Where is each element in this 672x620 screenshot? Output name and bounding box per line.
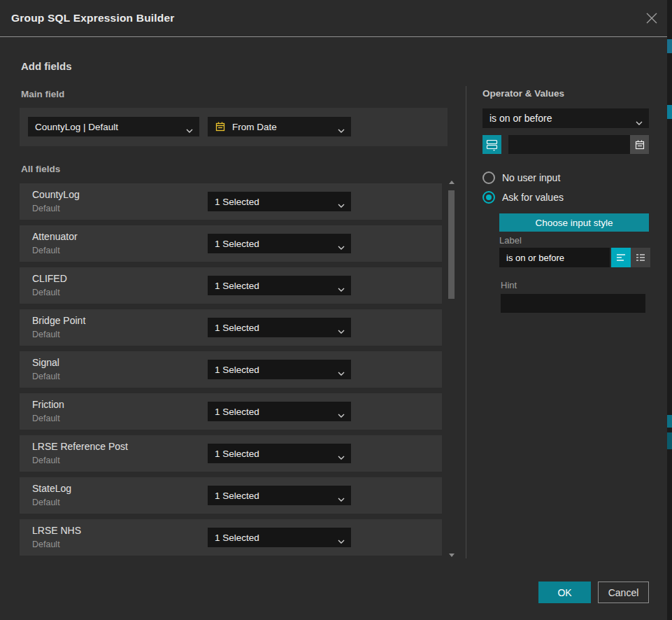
field-subtitle: Default: [32, 414, 60, 423]
field-name: Bridge Point: [32, 315, 85, 326]
scrollbar-up-arrow[interactable]: [449, 181, 455, 184]
field-selected-dropdown[interactable]: 1 Selected: [208, 276, 351, 295]
value-source-button[interactable]: [482, 135, 501, 154]
align-left-lines-icon: [615, 253, 627, 262]
main-field-date-select[interactable]: From Date: [208, 117, 351, 136]
dialog-header: Group SQL Expression Builder: [0, 0, 667, 37]
date-picker-button[interactable]: [630, 135, 649, 154]
field-name: Attenuator: [32, 231, 78, 242]
field-subtitle: Default: [32, 498, 60, 507]
radio-label: No user input: [502, 172, 560, 183]
bulleted-list-icon: [635, 253, 646, 262]
radio-selected-icon: [482, 191, 495, 204]
chevron-down-icon: [186, 125, 193, 135]
chevron-down-icon: [338, 367, 345, 378]
field-selected-value: 1 Selected: [215, 533, 259, 543]
field-name: LRSE NHS: [32, 525, 81, 536]
close-icon[interactable]: [645, 11, 659, 25]
field-row-statelog: StateLog Default 1 Selected: [20, 477, 442, 514]
field-selected-value: 1 Selected: [215, 407, 259, 417]
calendar-icon: [634, 139, 645, 150]
chevron-down-icon: [338, 325, 345, 336]
chevron-down-icon: [338, 283, 345, 294]
background-edge-strip: [667, 0, 672, 620]
operator-select-value: is on or before: [489, 113, 552, 124]
scrollbar-thumb[interactable]: [448, 190, 455, 299]
label-field-label: Label: [499, 235, 522, 246]
label-style-list-button[interactable]: [631, 248, 650, 267]
chevron-down-icon: [338, 241, 345, 252]
field-selected-dropdown[interactable]: 1 Selected: [208, 444, 351, 463]
field-name: Signal: [32, 357, 59, 368]
field-selected-value: 1 Selected: [215, 323, 259, 333]
radio-no-user-input[interactable]: No user input: [482, 171, 560, 184]
field-name: CLIFED: [32, 273, 67, 284]
radio-ask-for-values[interactable]: Ask for values: [482, 191, 564, 204]
field-selected-dropdown[interactable]: 1 Selected: [208, 360, 351, 379]
field-subtitle: Default: [32, 288, 60, 297]
field-selected-value: 1 Selected: [215, 449, 259, 459]
radio-unselected-icon: [482, 171, 495, 184]
label-style-single-line-button[interactable]: [611, 248, 631, 267]
group-sql-expression-builder-dialog: Group SQL Expression Builder Add fields …: [0, 0, 667, 620]
field-subtitle: Default: [32, 246, 60, 255]
chevron-down-icon: [338, 535, 345, 546]
field-name: LRSE Reference Post: [32, 441, 128, 452]
field-selected-value: 1 Selected: [215, 197, 259, 207]
field-subtitle: Default: [32, 456, 60, 465]
field-subtitle: Default: [32, 330, 60, 339]
field-selected-dropdown[interactable]: 1 Selected: [208, 318, 351, 337]
field-row-clifed: CLIFED Default 1 Selected: [20, 267, 442, 304]
value-input[interactable]: [508, 135, 630, 154]
field-selected-dropdown[interactable]: 1 Selected: [208, 528, 351, 547]
field-selected-dropdown[interactable]: 1 Selected: [208, 192, 351, 211]
field-subtitle: Default: [32, 372, 60, 381]
field-row-signal: Signal Default 1 Selected: [20, 351, 442, 388]
panel-divider: [466, 86, 466, 558]
label-input[interactable]: [499, 248, 610, 267]
cancel-button[interactable]: Cancel: [598, 582, 649, 603]
field-row-friction: Friction Default 1 Selected: [20, 393, 442, 430]
background-fragment: [667, 39, 672, 53]
field-selected-dropdown[interactable]: 1 Selected: [208, 486, 351, 505]
field-name: CountyLog: [32, 189, 80, 200]
chevron-down-icon: [338, 493, 345, 504]
calendar-icon: [215, 121, 226, 132]
field-name: StateLog: [32, 483, 71, 494]
main-field-panel: CountyLog | Default From Date: [20, 108, 448, 146]
dialog-title: Group SQL Expression Builder: [11, 0, 175, 36]
background-fragment: [667, 105, 672, 119]
add-fields-heading: Add fields: [21, 60, 72, 72]
choose-input-style-button[interactable]: Choose input style: [499, 213, 649, 232]
field-row-attenuator: Attenuator Default 1 Selected: [20, 225, 442, 262]
background-fragment: [667, 432, 672, 449]
field-row-countylog: CountyLog Default 1 Selected: [20, 183, 442, 220]
field-selected-value: 1 Selected: [215, 365, 259, 375]
field-selected-value: 1 Selected: [215, 491, 259, 501]
chevron-down-icon: [338, 199, 345, 210]
field-row-lrse-reference-post: LRSE Reference Post Default 1 Selected: [20, 435, 442, 472]
field-selected-value: 1 Selected: [215, 281, 259, 291]
field-selected-dropdown[interactable]: 1 Selected: [208, 234, 351, 253]
ok-button[interactable]: OK: [538, 582, 591, 603]
field-subtitle: Default: [32, 204, 60, 213]
main-field-select[interactable]: CountyLog | Default: [28, 117, 199, 136]
main-field-date-value: From Date: [232, 122, 277, 132]
field-selected-value: 1 Selected: [215, 239, 259, 249]
chevron-down-icon: [636, 116, 643, 127]
scrollbar-down-arrow[interactable]: [449, 554, 455, 557]
radio-label: Ask for values: [502, 192, 564, 203]
hint-field-label: Hint: [501, 280, 517, 290]
operator-values-heading: Operator & Values: [482, 88, 564, 99]
operator-select[interactable]: is on or before: [482, 108, 649, 128]
hint-input[interactable]: [501, 294, 645, 313]
chevron-down-icon: [338, 125, 345, 135]
field-selected-dropdown[interactable]: 1 Selected: [208, 402, 351, 421]
field-subtitle: Default: [32, 540, 60, 549]
main-field-select-value: CountyLog | Default: [35, 122, 118, 132]
stacked-rows-icon: [486, 139, 498, 151]
chevron-down-icon: [338, 451, 345, 462]
all-fields-label: All fields: [21, 164, 60, 174]
chevron-down-icon: [338, 409, 345, 420]
field-name: Friction: [32, 399, 64, 410]
